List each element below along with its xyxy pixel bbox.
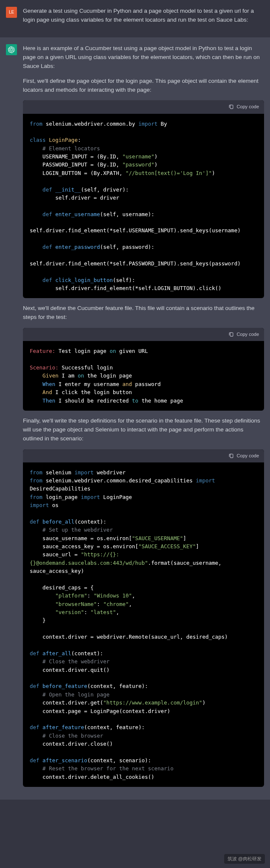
code-block-2: Copy code Feature: Test login page on gi…: [23, 328, 264, 411]
copy-code-label: Copy code: [236, 331, 259, 338]
svg-rect-2: [231, 454, 233, 458]
openai-icon: [8, 46, 15, 53]
svg-rect-0: [231, 105, 233, 109]
code-body-2: Feature: Test login page on given URL Sc…: [23, 341, 264, 411]
copy-code-label: Copy code: [236, 103, 259, 110]
clipboard-icon: [228, 453, 234, 459]
code-header[interactable]: Copy code: [23, 449, 264, 462]
copy-code-label: Copy code: [236, 452, 259, 459]
clipboard-icon: [228, 332, 234, 337]
user-content: Generate a test using Cucumber in Python…: [23, 7, 264, 31]
assistant-message: Here is an example of a Cucumber test us…: [0, 37, 270, 800]
assistant-content: Here is an example of a Cucumber test us…: [23, 44, 264, 793]
para-4: Finally, we'll write the step definition…: [23, 417, 264, 443]
code-header[interactable]: Copy code: [23, 328, 264, 341]
code-block-1: Copy code from selenium.webdriver.common…: [23, 100, 264, 298]
svg-rect-1: [231, 333, 233, 336]
code-header[interactable]: Copy code: [23, 100, 264, 113]
user-message: LE Generate a test using Cucumber in Pyt…: [0, 0, 270, 37]
para-3: Next, we'll define the Cucumber feature …: [23, 304, 264, 322]
assistant-avatar: [6, 44, 17, 55]
code-block-3: Copy code from selenium import webdriver…: [23, 449, 264, 787]
user-prompt-text: Generate a test using Cucumber in Python…: [23, 7, 264, 25]
para-1: Here is an example of a Cucumber test us…: [23, 44, 264, 71]
user-avatar: LE: [6, 7, 17, 18]
code-body-1: from selenium.webdriver.common.by import…: [23, 114, 264, 299]
clipboard-icon: [228, 104, 234, 110]
code-body-3: from selenium import webdriver from sele…: [23, 462, 264, 787]
para-2: First, we'll define the page object for …: [23, 77, 264, 95]
